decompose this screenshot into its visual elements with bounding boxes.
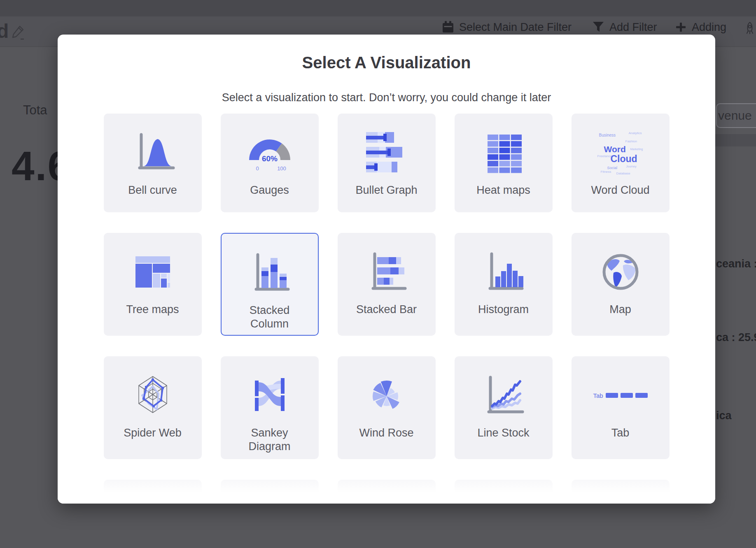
word-cloud-word: Social: [607, 166, 618, 170]
spider-web-icon: [104, 371, 202, 420]
kpi-title-fragment: Tota: [23, 103, 47, 118]
legend-fragment-america: ca : 25.95: [716, 331, 756, 344]
viz-card-bell-curve[interactable]: Bell curve: [104, 114, 202, 212]
adding-label: Adding: [692, 21, 726, 34]
funnel-icon: [592, 21, 604, 34]
stacked-bar-icon: [338, 248, 436, 296]
tab-dash: [635, 393, 648, 398]
viz-card-partial[interactable]: [104, 480, 202, 504]
viz-card-label: Gauges: [250, 183, 289, 197]
word-cloud-word: Freelance: [597, 154, 612, 158]
tree-map-icon: [104, 248, 202, 296]
select-main-date-filter-label: Select Main Date Filter: [459, 21, 572, 34]
viz-card-label: Heat maps: [476, 183, 530, 197]
viz-card-histogram[interactable]: Histogram: [455, 233, 553, 336]
dashboard-title-fragment: d: [0, 20, 9, 42]
viz-card-label: Histogram: [478, 303, 529, 316]
viz-card-label: Line Stock: [477, 426, 529, 440]
heat-map-icon: [455, 128, 553, 177]
viz-card-gauges[interactable]: 60% 0 100 Gauges: [221, 114, 319, 212]
word-cloud-word: Analytics: [629, 131, 642, 135]
viz-card-label: Stacked Column: [235, 304, 305, 331]
viz-card-label: Stacked Bar: [356, 303, 417, 316]
viz-card-wind-rose[interactable]: Wind Rose: [338, 356, 436, 459]
word-cloud-word: Marketing: [630, 148, 643, 151]
word-cloud-word: Database: [616, 172, 630, 175]
viz-card-label: Bell curve: [128, 183, 177, 197]
word-cloud-word: Word: [604, 144, 626, 154]
gauge-min-label: 0: [256, 165, 259, 172]
viz-card-spider-web[interactable]: Spider Web: [104, 356, 202, 459]
select-visualization-modal: Select A Visualization Select a visualiz…: [58, 35, 715, 504]
viz-card-label: Sankey Diagram: [235, 426, 305, 453]
select-main-date-filter-button[interactable]: Select Main Date Filter: [442, 20, 572, 35]
viz-card-partial[interactable]: [572, 480, 670, 504]
tab-dash: [606, 393, 618, 398]
viz-card-label: Word Cloud: [591, 183, 649, 197]
gauge-value-label: 60%: [261, 154, 277, 163]
viz-card-label: Bullet Graph: [355, 183, 417, 197]
map-globe-icon: [572, 248, 670, 296]
word-cloud-word: Fitness: [601, 170, 611, 174]
viz-card-stacked-column[interactable]: Stacked Column: [221, 233, 319, 336]
word-cloud-word: Fashion: [625, 139, 637, 143]
bullet-graph-icon: [338, 128, 436, 177]
gauge-icon: 60% 0 100: [221, 128, 319, 177]
viz-card-line-stock[interactable]: Line Stock: [455, 356, 553, 459]
viz-card-partial[interactable]: [221, 480, 319, 504]
viz-card-label: Spider Web: [124, 426, 182, 440]
legend-fragment-oceania: ceania : 8: [716, 258, 756, 270]
stacked-column-icon: [222, 248, 318, 297]
modal-title: Select A Visualization: [58, 53, 715, 72]
line-stock-icon: [455, 371, 553, 420]
word-cloud-word: Business: [599, 133, 616, 137]
word-cloud-word: Cloud: [611, 153, 637, 165]
viz-card-label: Tab: [611, 426, 630, 440]
edit-pencil-icon[interactable]: [11, 25, 25, 40]
modal-subtitle: Select a visualization to start. Don’t w…: [58, 91, 715, 104]
tab-dash: [621, 393, 633, 398]
viz-card-label: Map: [609, 303, 631, 316]
adding-button[interactable]: Adding: [674, 20, 726, 35]
viz-card-label: Tree maps: [126, 303, 179, 316]
viz-card-stacked-bar[interactable]: Stacked Bar: [338, 233, 436, 336]
viz-card-label: Wind Rose: [359, 426, 413, 440]
viz-card-partial[interactable]: [455, 480, 553, 504]
gauge-max-label: 100: [277, 165, 286, 172]
tab-icon: Tab: [572, 371, 670, 420]
viz-card-tab[interactable]: Tab Tab: [572, 356, 670, 459]
calendar-icon: [442, 21, 454, 34]
bell-curve-icon: [104, 128, 202, 177]
viz-card-tree-maps[interactable]: Tree maps: [104, 233, 202, 336]
viz-card-map[interactable]: Map: [572, 233, 670, 336]
viz-card-bullet-graph[interactable]: Bullet Graph: [338, 114, 436, 212]
word-cloud-word: Journey: [626, 165, 637, 168]
revenue-button-label: venue: [718, 109, 752, 123]
revenue-button-fragment[interactable]: venue: [716, 103, 756, 128]
visualization-grid: Bell curve 60% 0 100 Gauges: [104, 114, 670, 504]
rocket-icon[interactable]: [744, 21, 755, 35]
wind-rose-icon: [338, 371, 436, 420]
viz-card-word-cloud[interactable]: Business Analytics Fashion Word Marketin…: [572, 114, 670, 212]
viz-card-sankey-diagram[interactable]: Sankey Diagram: [221, 356, 319, 459]
background-top-bar: [0, 0, 756, 16]
word-cloud-icon: Business Analytics Fashion Word Marketin…: [572, 128, 670, 177]
viz-card-partial[interactable]: [338, 480, 436, 504]
add-filter-label: Add Filter: [609, 21, 657, 34]
tab-icon-label: Tab: [593, 392, 603, 399]
sankey-icon: [221, 371, 319, 420]
add-filter-button[interactable]: Add Filter: [592, 20, 657, 35]
legend-fragment-africa: ica: [716, 409, 732, 422]
viz-card-heat-maps[interactable]: Heat maps: [455, 114, 553, 212]
histogram-icon: [455, 248, 553, 296]
plus-icon: [674, 21, 687, 34]
